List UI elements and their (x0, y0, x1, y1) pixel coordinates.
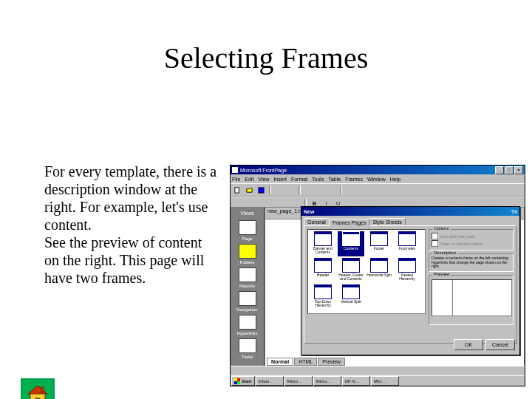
toolbar-standard (231, 183, 525, 197)
minimize-button[interactable]: _ (495, 166, 504, 174)
menu-file[interactable]: File (232, 177, 240, 182)
template-vsplit[interactable]: Vertical Split (338, 284, 364, 310)
views-label: Views (231, 209, 264, 217)
description-label: Description (432, 250, 457, 255)
preview-group: Preview (429, 275, 514, 325)
view-folders[interactable]: Folders (231, 244, 264, 265)
template-icon (342, 284, 360, 299)
close-button[interactable]: × (514, 166, 523, 174)
template-header[interactable]: Header (310, 258, 336, 283)
template-icon (342, 231, 360, 246)
home-icon[interactable] (21, 378, 55, 399)
svg-rect-0 (235, 187, 239, 192)
toolbar-spell-icon[interactable] (285, 185, 296, 196)
menu-tools[interactable]: Tools (312, 177, 324, 182)
dialog-buttons: OK Cancel (454, 339, 515, 350)
toolbar-new-icon[interactable] (232, 185, 243, 196)
dialog-tabs: General Frames Pages Style Sheets (301, 216, 519, 225)
template-icon (398, 258, 416, 273)
options-label: Options (432, 226, 451, 231)
menu-view[interactable]: View (258, 177, 269, 182)
opt-open-current[interactable]: Open in current frame (432, 240, 511, 247)
template-list: Banner and Contents Contents Footer Foot… (307, 229, 426, 314)
toolbar-cut-icon[interactable] (303, 185, 314, 196)
view-reports[interactable]: Reports (231, 267, 264, 288)
preview-box (432, 279, 512, 316)
preview-right-frame (453, 280, 511, 316)
tab-normal[interactable]: Normal (267, 358, 293, 366)
task-inbox[interactable]: Inbox… (256, 376, 284, 386)
slide: Selecting Frames For every template, the… (0, 41, 532, 399)
frontpage-app-icon (232, 167, 238, 173)
toolbar-redo-icon[interactable] (356, 185, 367, 196)
menu-table[interactable]: Table (328, 177, 341, 182)
frontpage-titlebar: Microsoft FrontPage _ □ × (231, 166, 525, 174)
tab-style-sheets[interactable]: Style Sheets (369, 218, 405, 225)
template-icon (314, 231, 332, 246)
task-app4[interactable]: Micr… (371, 376, 399, 386)
dialog-panel: Banner and Contents Contents Footer Foot… (304, 225, 517, 344)
toolbar-open-icon[interactable] (244, 185, 255, 196)
template-contents[interactable]: Contents (338, 231, 364, 256)
template-icon (398, 231, 416, 246)
toolbar-save-icon[interactable] (256, 185, 267, 196)
maximize-button[interactable]: □ (505, 166, 514, 174)
frontpage-menubar: File Edit View Insert Format Tools Table… (231, 174, 525, 183)
svg-rect-1 (259, 187, 264, 192)
description-text: Creates a contents frame on the left con… (432, 256, 511, 269)
svg-marker-3 (28, 386, 47, 394)
dialog-close-button[interactable]: × (514, 209, 517, 214)
options-group: Options Just add web task Open in curren… (429, 229, 514, 250)
ok-button[interactable]: OK (454, 339, 483, 350)
template-topdown[interactable]: Top-Down Hierarchy (310, 284, 336, 310)
template-footer[interactable]: Footer (366, 231, 392, 256)
template-icon (370, 231, 388, 246)
template-nested[interactable]: Nested Hierarchy (394, 258, 420, 283)
menu-format[interactable]: Format (291, 177, 307, 182)
tab-preview[interactable]: Preview (318, 358, 345, 366)
views-bar: Views Page Folders Reports Navigation Hy… (231, 207, 265, 366)
toolbar-copy-icon[interactable] (315, 185, 326, 196)
view-hyperlinks[interactable]: Hyperlinks (231, 315, 264, 335)
task-app1[interactable]: Micro… (284, 376, 313, 386)
view-page[interactable]: Page (231, 220, 264, 241)
template-header-footer[interactable]: Header, Footer and Contents (338, 258, 364, 283)
frontpage-window: Microsoft FrontPage _ □ × File Edit View… (231, 166, 525, 386)
view-tasks[interactable]: Tasks (231, 338, 264, 359)
house-icon (26, 383, 50, 399)
toolbar-undo-icon[interactable] (344, 185, 355, 196)
navigation-icon (239, 291, 256, 306)
toolbar-paste-icon[interactable] (327, 185, 338, 196)
template-icon (342, 258, 360, 273)
toolbar-print-icon[interactable] (273, 185, 284, 196)
app-screenshot: Microsoft FrontPage _ □ × File Edit View… (230, 165, 525, 386)
windows-flag-icon (234, 378, 240, 384)
template-hsplit[interactable]: Horizontal Split (366, 258, 392, 283)
opt-just-add[interactable]: Just add web task (432, 233, 511, 239)
view-navigation[interactable]: Navigation (231, 291, 264, 312)
template-icon (314, 258, 332, 273)
template-icon (370, 258, 388, 273)
tab-frames-pages[interactable]: Frames Pages (329, 219, 370, 226)
task-app3[interactable]: DF N… (342, 376, 370, 386)
template-footnotes[interactable]: Footnotes (394, 231, 420, 256)
reports-icon (239, 267, 256, 282)
dialog-titlebar: New ? × (301, 207, 519, 216)
dialog-title-text: New (304, 209, 314, 214)
template-banner-contents[interactable]: Banner and Contents (310, 231, 336, 256)
preview-label: Preview (432, 272, 451, 276)
tab-general[interactable]: General (304, 218, 330, 225)
start-button[interactable]: Start (231, 376, 255, 386)
cancel-button[interactable]: Cancel (485, 339, 515, 350)
menu-window[interactable]: Window (367, 177, 386, 182)
menu-insert[interactable]: Insert (273, 177, 287, 182)
tab-html[interactable]: HTML (294, 358, 317, 366)
task-app2[interactable]: Micro… (313, 376, 341, 386)
menu-help[interactable]: Help (390, 177, 400, 182)
view-tabs: Normal HTML Preview (267, 356, 346, 366)
description-group: Description Creates a contents frame on … (429, 253, 514, 272)
menu-edit[interactable]: Edit (245, 177, 253, 182)
dialog-right-pane: Options Just add web task Open in curren… (429, 229, 514, 340)
page-icon (239, 220, 256, 235)
menu-frames[interactable]: Frames (345, 177, 363, 182)
